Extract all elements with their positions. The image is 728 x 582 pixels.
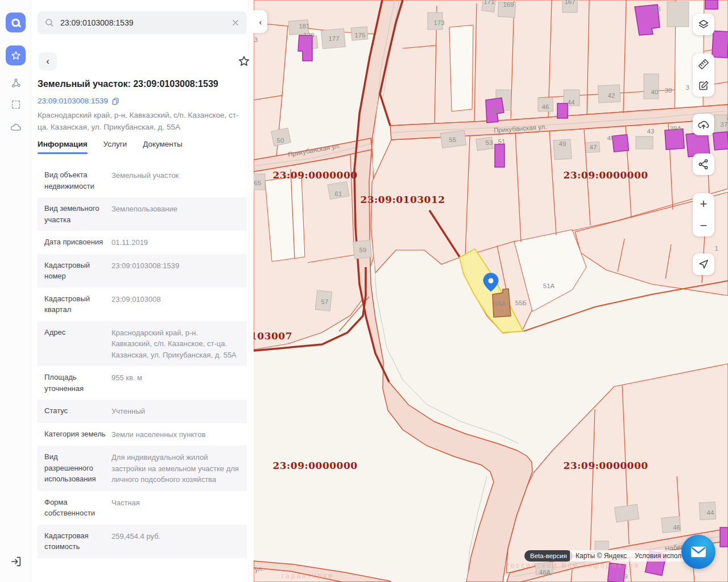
blabel-text: 46 bbox=[673, 524, 681, 531]
info-table: Вид объекта недвижимостиЗемельный участо… bbox=[38, 164, 247, 558]
qlabel-text: 23:09:0000000 bbox=[563, 169, 648, 181]
cadastral-number-link[interactable]: 23:09:0103008:1539 bbox=[38, 97, 108, 105]
blabel-text: 173 bbox=[433, 19, 444, 26]
tabs: ИнформацияУслугиДокументы bbox=[38, 140, 183, 154]
app-logo[interactable] bbox=[6, 13, 26, 32]
app-rail bbox=[0, 0, 31, 582]
row-label: Вид объекта недвижимости bbox=[44, 169, 111, 192]
table-row: Кадастровый номер23:09:0103008:1539 bbox=[38, 254, 247, 288]
measure-tools-group bbox=[693, 53, 714, 97]
table-row: Площадь уточненная955 кв. м bbox=[38, 366, 247, 400]
blabel-text: 48 bbox=[491, 107, 499, 114]
blabel-text: 65 bbox=[254, 180, 262, 186]
parcel[interactable] bbox=[254, 23, 288, 100]
row-value: 01.11.2019 bbox=[111, 236, 240, 248]
copyright-link[interactable]: Карты © Яндекс bbox=[576, 552, 627, 560]
row-label: Кадастровый номер bbox=[44, 260, 111, 282]
share-map-button[interactable] bbox=[693, 153, 714, 175]
wmark-text: Российской Вся информация bbox=[504, 562, 640, 569]
envelope-icon bbox=[690, 546, 706, 558]
qlabel-text: 23:09:0000000 bbox=[272, 460, 357, 471]
cloud-upload-icon bbox=[697, 118, 710, 131]
blabel-text: 61 bbox=[335, 190, 342, 197]
layers-button[interactable] bbox=[693, 14, 714, 35]
blabel-text: 42 bbox=[608, 92, 615, 99]
row-value: 23:09:0103008 bbox=[111, 293, 240, 315]
blabel-text: 38 bbox=[665, 87, 672, 94]
page-title: Земельный участок: 23:09:0103008:1539 bbox=[38, 79, 248, 89]
row-value: 259,454.4 руб. bbox=[111, 530, 240, 552]
blabel-text: 167 bbox=[564, 0, 575, 5]
upload-button[interactable] bbox=[693, 114, 714, 135]
blabel-text: 163 bbox=[650, 6, 660, 13]
blabel-text: 44 bbox=[568, 99, 575, 106]
blabel-text: 45 bbox=[607, 135, 615, 142]
blabel-text: 169 bbox=[503, 1, 514, 8]
blabel-text: 179 bbox=[303, 32, 314, 39]
zoom-group: + − bbox=[693, 193, 714, 236]
collapse-panel-button[interactable]: ‹ bbox=[254, 10, 267, 33]
blabel-text: 47 bbox=[590, 144, 597, 151]
blabel-text: 39А bbox=[670, 125, 682, 132]
parcel[interactable] bbox=[449, 25, 473, 111]
blabel-text: 109 bbox=[617, 573, 627, 580]
tab-2[interactable]: Документы bbox=[143, 140, 183, 154]
table-row: Кадастровая стоимость259,454.4 руб. bbox=[38, 525, 247, 558]
exit-icon bbox=[10, 555, 22, 568]
row-label: Категория земель bbox=[44, 429, 111, 440]
rail-item-cloud[interactable] bbox=[6, 117, 26, 137]
navigate-icon bbox=[697, 258, 710, 271]
parcel[interactable] bbox=[254, 95, 282, 161]
table-row: Кадастровый квартал23:09:0103008 bbox=[38, 288, 247, 321]
terms-link[interactable]: Условия испол bbox=[635, 552, 681, 560]
edit-icon bbox=[697, 80, 710, 92]
row-label: Статус bbox=[44, 405, 111, 417]
chat-button[interactable] bbox=[681, 535, 715, 569]
search-icon bbox=[44, 18, 55, 28]
blabel-text: 50 bbox=[277, 137, 284, 144]
qlabel-text: 103007 bbox=[254, 330, 292, 342]
chevron-left-icon: ‹ bbox=[46, 56, 49, 67]
tab-1[interactable]: Услуги bbox=[104, 140, 127, 154]
blabel-text: 171 bbox=[483, 0, 494, 5]
map-canvas[interactable]: Российской Вся информациягарантируе 23:0… bbox=[254, 0, 728, 582]
search-bar[interactable] bbox=[38, 11, 247, 34]
blabel-text: 51А bbox=[543, 282, 555, 289]
blabel-text: 49 bbox=[559, 140, 566, 147]
qlabel-text: 23:09:0000000 bbox=[272, 169, 357, 181]
draw-button[interactable] bbox=[693, 75, 714, 97]
row-value: Для индивидуальной жилой застройки на зе… bbox=[111, 451, 240, 485]
rail-item-geometry[interactable] bbox=[6, 73, 26, 93]
zoom-out-button[interactable]: − bbox=[693, 215, 714, 236]
blabel-text: 3 bbox=[686, 84, 689, 91]
blabel-text: 1 bbox=[715, 245, 718, 252]
slabel-text: ул. bbox=[254, 565, 264, 573]
parcel[interactable] bbox=[265, 176, 305, 261]
minus-icon: − bbox=[700, 219, 708, 232]
rail-item-favorites[interactable] bbox=[6, 45, 26, 65]
blabel-text: 55 bbox=[449, 136, 457, 143]
row-label: Вид разрешенного использования bbox=[44, 451, 111, 485]
rail-item-selection[interactable] bbox=[6, 94, 26, 114]
zoom-in-button[interactable]: + bbox=[693, 193, 714, 215]
clear-search-icon[interactable] bbox=[231, 18, 240, 27]
blabel-text: 46 bbox=[542, 103, 549, 110]
beta-badge: Beta-версия bbox=[524, 550, 573, 562]
sign-in-button[interactable] bbox=[6, 551, 26, 571]
copy-icon[interactable] bbox=[111, 97, 119, 105]
star-icon bbox=[10, 50, 22, 61]
blabel-text: 40 bbox=[651, 89, 659, 95]
blabel-text: 3 bbox=[254, 36, 258, 43]
search-input[interactable] bbox=[60, 18, 231, 27]
row-label: Кадастровая стоимость bbox=[44, 530, 111, 552]
row-value: Землепользование bbox=[111, 203, 240, 225]
favorite-button[interactable] bbox=[237, 55, 251, 68]
blabel-text: 175 bbox=[354, 32, 365, 39]
back-button[interactable]: ‹ bbox=[39, 52, 57, 70]
info-panel: ‹ Земельный участок: 23:09:0103008:1539 … bbox=[31, 0, 254, 582]
blabel-text: 57 bbox=[321, 298, 329, 305]
ruler-button[interactable] bbox=[693, 53, 714, 75]
blabel-text: 48А bbox=[539, 569, 551, 576]
locate-me-button[interactable] bbox=[693, 253, 714, 275]
tab-0[interactable]: Информация bbox=[38, 140, 88, 154]
